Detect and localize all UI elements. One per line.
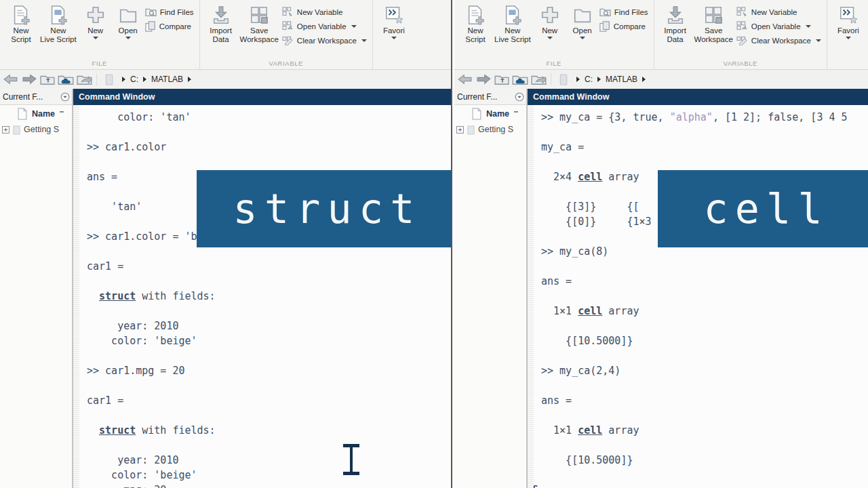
terminal-line — [87, 378, 451, 393]
new-script-button[interactable]: NewScript — [460, 3, 491, 45]
new-live-script-button[interactable]: NewLive Script — [492, 3, 533, 45]
cloud-folder-button[interactable] — [512, 72, 528, 87]
open-button[interactable]: Open — [113, 3, 144, 40]
terminal-text: 1×1 — [541, 424, 578, 436]
new-variable-button[interactable]: New Variable — [736, 7, 821, 17]
panel-menu-icon[interactable] — [515, 92, 524, 102]
open-variable-icon — [736, 21, 748, 31]
command-window-titlebar[interactable]: Command Window — [528, 89, 868, 105]
new-variable-icon — [282, 7, 294, 17]
terminal-line: >> car1.color — [87, 140, 451, 155]
favorites-button[interactable]: Favori — [833, 3, 864, 40]
favorites-button[interactable]: Favori — [378, 3, 410, 40]
breadcrumb-arrow-icon — [143, 77, 146, 82]
chevron-down-icon — [580, 37, 585, 39]
terminal-line — [541, 259, 868, 274]
terminal-hyperlink[interactable]: cell — [578, 171, 602, 183]
terminal-line: color: 'tan' — [87, 110, 451, 125]
save-workspace-button[interactable]: SaveWorkspace — [692, 3, 735, 45]
name-column-header[interactable]: Name — [0, 105, 72, 122]
variable-small-buttons: New Variable Open Variable Clear Workspa… — [282, 3, 367, 45]
save-workspace-label: SaveWorkspace — [694, 26, 733, 44]
terminal-text: array — [602, 424, 639, 436]
up-folder-button[interactable] — [494, 72, 510, 87]
new-button[interactable]: New — [534, 3, 566, 40]
expand-icon[interactable]: + — [456, 126, 464, 134]
clear-workspace-button[interactable]: Clear Workspace — [736, 35, 821, 45]
browse-folder-button[interactable] — [530, 72, 547, 87]
find-files-icon — [599, 7, 611, 17]
terminal-hyperlink[interactable]: struct — [99, 424, 136, 436]
new-variable-button[interactable]: New Variable — [282, 7, 367, 17]
command-window-content[interactable]: color: 'tan' >> car1.color ans = 'tan' >… — [73, 105, 451, 488]
chevron-down-icon — [806, 25, 811, 28]
location-icon — [555, 72, 572, 87]
sidebar-item-getting-started[interactable]: + Getting S — [0, 122, 72, 137]
command-window-content[interactable]: >> my_ca = {3, true, "alpha", [1 2]; fal… — [528, 105, 868, 488]
compare-button[interactable]: Compare — [145, 21, 194, 32]
ribbon-group-favorites: Favori — [373, 0, 415, 69]
clear-workspace-button[interactable]: Clear Workspace — [282, 35, 367, 45]
compare-icon — [599, 21, 610, 32]
new-script-label: NewScript — [11, 26, 31, 44]
find-files-button[interactable]: Find Files — [145, 7, 194, 17]
terminal-line: year: 2010 — [87, 319, 451, 333]
ribbon-group-variable: ImportData SaveWorkspace New Variable — [200, 0, 373, 69]
breadcrumb-drive[interactable]: C: — [130, 75, 138, 84]
breadcrumb-folder[interactable]: MATLAB — [606, 75, 637, 84]
sort-indicator-icon — [60, 111, 64, 113]
clear-workspace-icon — [282, 35, 294, 45]
variable-section-label: VARIABLE — [654, 60, 827, 67]
sidebar-item-getting-started[interactable]: + Getting S — [454, 122, 526, 137]
new-button[interactable]: New — [80, 3, 111, 40]
terminal-text: color: 'tan' — [87, 111, 191, 123]
name-column-header[interactable]: Name — [454, 105, 526, 122]
open-variable-button[interactable]: Open Variable — [282, 21, 367, 31]
import-data-icon — [211, 3, 231, 26]
save-workspace-label: SaveWorkspace — [240, 26, 279, 44]
new-label: New — [87, 26, 103, 35]
breadcrumb-folder[interactable]: MATLAB — [151, 75, 183, 84]
command-window-titlebar[interactable]: Command Window — [73, 89, 451, 105]
browse-folder-button[interactable] — [76, 72, 92, 87]
new-variable-label: New Variable — [751, 8, 797, 16]
terminal-hyperlink[interactable]: cell — [578, 305, 602, 317]
terminal-line — [87, 274, 451, 289]
terminal-line — [541, 348, 868, 363]
compare-button[interactable]: Compare — [599, 21, 648, 32]
terminal-text — [87, 290, 99, 302]
import-data-button[interactable]: ImportData — [205, 3, 237, 45]
breadcrumb-arrow-icon — [576, 77, 580, 82]
forward-button[interactable] — [475, 72, 492, 87]
terminal-line: car1 = — [87, 393, 451, 408]
save-workspace-button[interactable]: SaveWorkspace — [238, 3, 281, 45]
expand-icon[interactable]: + — [2, 126, 9, 134]
breadcrumb-arrow-icon — [188, 77, 191, 82]
new-script-button[interactable]: NewScript — [5, 3, 37, 45]
import-data-button[interactable]: ImportData — [660, 3, 691, 45]
panel-menu-icon[interactable] — [60, 92, 70, 102]
open-button[interactable]: Open — [567, 3, 598, 40]
up-folder-button[interactable] — [39, 72, 56, 87]
breadcrumb-drive[interactable]: C: — [585, 75, 593, 84]
new-live-script-button[interactable]: NewLive Script — [38, 3, 79, 45]
terminal-line — [87, 304, 451, 319]
open-label: Open — [119, 26, 138, 35]
terminal-text: 2×4 — [541, 171, 578, 183]
back-button[interactable] — [457, 72, 473, 87]
forward-button[interactable] — [21, 72, 37, 87]
navigation-toolbar: C: MATLAB — [454, 70, 868, 89]
current-folder-title: Current F... — [457, 92, 515, 102]
cloud-folder-button[interactable] — [58, 72, 74, 87]
chevron-down-icon — [125, 37, 131, 39]
open-variable-button[interactable]: Open Variable — [736, 21, 821, 31]
find-files-button[interactable]: Find Files — [599, 7, 648, 17]
breadcrumb-arrow-icon — [597, 77, 601, 82]
terminal-line: color: 'beige' — [87, 333, 451, 348]
back-button[interactable] — [3, 72, 19, 87]
name-column-label: Name — [32, 109, 55, 119]
ribbon-group-file: NewScript NewLive Script New Open — [0, 0, 200, 69]
terminal-hyperlink[interactable]: struct — [99, 290, 136, 302]
new-script-label: NewScript — [465, 26, 485, 44]
terminal-hyperlink[interactable]: cell — [578, 424, 602, 436]
